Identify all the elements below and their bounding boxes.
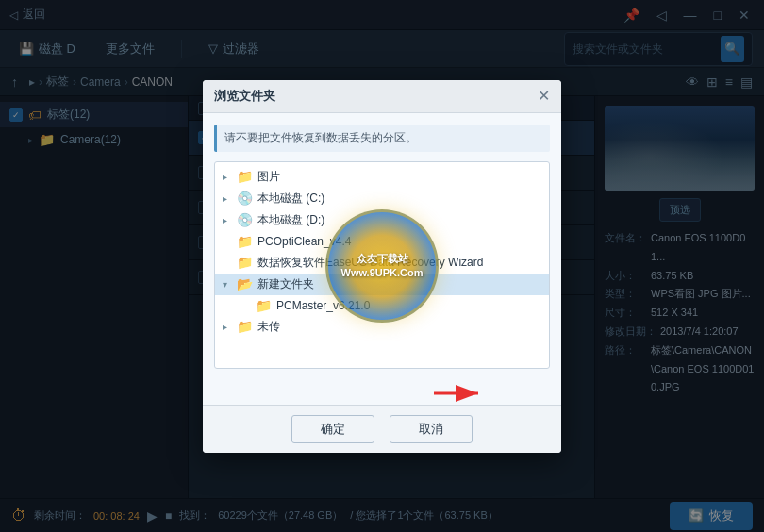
list-item[interactable]: ▸ 📁 图片 bbox=[215, 166, 549, 188]
tree-folder-icon: 📂 bbox=[237, 276, 253, 291]
dialog-tree: ▸ 📁 图片 ▸ 💿 本地磁盘 (C:) ▸ 💿 本地磁盘 (D:) bbox=[214, 161, 550, 369]
tree-item-label: 数据恢复软件EaseUS Data Recovery Wizard bbox=[257, 255, 541, 271]
dialog-ok-button[interactable]: 确定 bbox=[291, 415, 374, 443]
dialog-warning: 请不要把文件恢复到数据丢失的分区。 bbox=[214, 125, 550, 152]
dialog-titlebar: 浏览文件夹 ✕ bbox=[203, 80, 561, 113]
tree-arrow-icon: ▾ bbox=[223, 279, 232, 290]
tree-item-label: 本地磁盘 (D:) bbox=[257, 212, 541, 228]
arrow-indicator bbox=[429, 382, 486, 405]
tree-item-label: 图片 bbox=[257, 169, 541, 185]
tree-drive-icon: 💿 bbox=[237, 212, 253, 227]
tree-folder-icon: 📁 bbox=[237, 169, 253, 184]
tree-arrow-icon: ▸ bbox=[223, 322, 232, 332]
tree-arrow-icon: ▸ bbox=[223, 172, 232, 182]
tree-item-label: 本地磁盘 (C:) bbox=[257, 191, 541, 207]
tree-item-label: PCMaster_v6.21.0 bbox=[276, 299, 541, 312]
list-item[interactable]: ▸ 📁 未传 bbox=[215, 316, 549, 338]
dialog-arrow-area bbox=[203, 380, 561, 405]
tree-folder-icon: 📁 bbox=[256, 298, 272, 313]
dialog-title: 浏览文件夹 bbox=[214, 88, 275, 105]
dialog-overlay: 众友下载站 Www.9UPK.Com 浏览文件夹 ✕ 请不要把文件恢复到数据丢失… bbox=[0, 0, 764, 532]
list-item[interactable]: ▸ 📁 PCMaster_v6.21.0 bbox=[215, 295, 549, 316]
list-item[interactable]: ▸ 📁 PCOptiClean_v4.4 bbox=[215, 231, 549, 252]
list-item[interactable]: ▾ 📂 新建文件夹 bbox=[215, 274, 549, 295]
tree-folder-icon: 📁 bbox=[237, 255, 253, 270]
dialog-cancel-button[interactable]: 取消 bbox=[390, 415, 473, 443]
tree-folder-icon: 📁 bbox=[237, 234, 253, 249]
tree-folder-icon: 📁 bbox=[237, 319, 253, 334]
dialog-body: 请不要把文件恢复到数据丢失的分区。 ▸ 📁 图片 ▸ 💿 本地磁盘 (C:) ▸ bbox=[203, 113, 561, 380]
dialog-close-button[interactable]: ✕ bbox=[538, 89, 550, 104]
dialog-footer: 确定 取消 bbox=[203, 405, 561, 453]
tree-arrow-icon: ▸ bbox=[223, 193, 232, 204]
tree-drive-icon: 💿 bbox=[237, 191, 253, 206]
list-item[interactable]: ▸ 💿 本地磁盘 (C:) bbox=[215, 188, 549, 209]
list-item[interactable]: ▸ 📁 数据恢复软件EaseUS Data Recovery Wizard bbox=[215, 252, 549, 274]
tree-item-label: 未传 bbox=[257, 319, 541, 335]
list-item[interactable]: ▸ 💿 本地磁盘 (D:) bbox=[215, 209, 549, 231]
tree-item-label: 新建文件夹 bbox=[257, 276, 541, 292]
tree-item-label: PCOptiClean_v4.4 bbox=[257, 235, 541, 248]
tree-arrow-icon: ▸ bbox=[223, 215, 232, 225]
browse-folder-dialog: 浏览文件夹 ✕ 请不要把文件恢复到数据丢失的分区。 ▸ 📁 图片 ▸ 💿 本地磁… bbox=[203, 80, 561, 453]
